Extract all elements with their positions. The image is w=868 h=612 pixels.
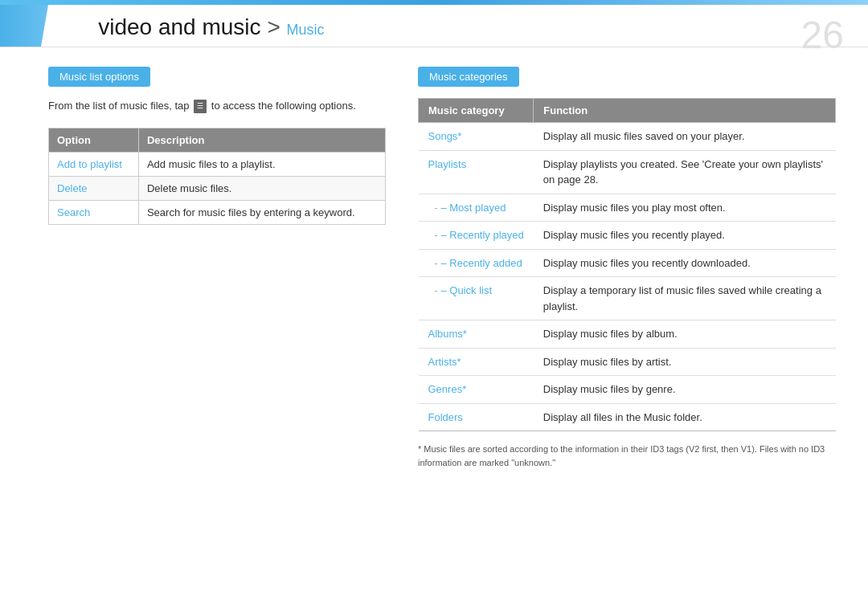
option-table-header: Option Description (49, 128, 386, 152)
table-row: DeleteDelete music files. (49, 176, 386, 200)
function-cell: Display a temporary list of music files … (534, 277, 836, 320)
page-title: Play video and music > Music (48, 14, 325, 39)
table-row: FoldersDisplay all files in the Music fo… (419, 403, 836, 431)
right-panel: Music categories Music category Function… (418, 67, 836, 469)
table-row: Genres*Display music files by genre. (419, 376, 836, 404)
col-category: Music category (419, 99, 534, 123)
function-cell: Display music files you recently downloa… (534, 249, 836, 277)
category-cell: Genres* (419, 376, 534, 404)
col-function: Function (534, 99, 836, 123)
category-cell: Folders (419, 403, 534, 431)
table-row: SearchSearch for music files by entering… (49, 200, 386, 224)
function-cell: Display all files in the Music folder. (534, 403, 836, 431)
title-separator: > (267, 14, 286, 39)
table-row: PlaylistsDisplay playlists you created. … (419, 150, 836, 194)
table-row: Songs*Display all music files saved on y… (419, 123, 836, 151)
option-table: Option Description Add to playlistAdd mu… (48, 128, 386, 225)
category-cell: Albums* (419, 320, 534, 349)
category-cell: Songs* (419, 123, 534, 151)
option-cell: Search (49, 200, 139, 224)
option-cell: Delete (49, 176, 139, 200)
table-row: Artists*Display music files by artist. (419, 348, 836, 376)
menu-icon: ☰ (194, 100, 207, 112)
music-categories-header: Music categories (418, 67, 519, 87)
page-number: 26 (801, 13, 844, 57)
title-play: Play (48, 14, 92, 39)
category-cell: – Recently played (419, 222, 534, 250)
music-list-options-header: Music list options (48, 67, 150, 87)
intro-part2: to access the following options. (211, 100, 356, 112)
function-cell: Display music files you play most often. (534, 194, 836, 222)
function-cell: Display music files by album. (534, 320, 836, 349)
title-subtitle: Music (287, 22, 325, 38)
table-row: – Recently playedDisplay music files you… (419, 222, 836, 250)
intro-part1: From the list of music files, tap (48, 100, 190, 112)
table-row: Albums*Display music files by album. (419, 320, 836, 349)
title-video-music: video and music (98, 14, 260, 39)
option-cell: Add to playlist (49, 152, 139, 176)
description-cell: Delete music files. (138, 176, 385, 200)
function-cell: Display music files by genre. (534, 376, 836, 404)
function-cell: Display music files by artist. (534, 348, 836, 376)
description-cell: Search for music files by entering a key… (138, 200, 385, 224)
category-cell: – Quick list (419, 277, 534, 320)
header-bar (0, 5, 48, 47)
function-cell: Display music files you recently played. (534, 222, 836, 250)
category-cell: – Most played (419, 194, 534, 222)
function-cell: Display playlists you created. See 'Crea… (534, 150, 836, 194)
categories-table-header: Music category Function (419, 99, 836, 123)
description-cell: Add music files to a playlist. (138, 152, 385, 176)
function-cell: Display all music files saved on your pl… (534, 123, 836, 151)
table-row: – Quick listDisplay a temporary list of … (419, 277, 836, 320)
table-row: – Most playedDisplay music files you pla… (419, 194, 836, 222)
category-cell: – Recently added (419, 249, 534, 277)
category-cell: Artists* (419, 348, 534, 376)
col-option: Option (49, 128, 139, 152)
categories-table: Music category Function Songs*Display al… (418, 98, 836, 431)
table-row: – Recently addedDisplay music files you … (419, 249, 836, 277)
intro-text: From the list of music files, tap ☰ to a… (48, 98, 386, 115)
table-row: Add to playlistAdd music files to a play… (49, 152, 386, 176)
col-description: Description (138, 128, 385, 152)
main-content: Music list options From the list of musi… (0, 47, 868, 485)
category-cell: Playlists (419, 150, 534, 194)
footnote: * Music files are sorted according to th… (418, 443, 836, 469)
header: Play video and music > Music 26 (0, 5, 868, 47)
left-panel: Music list options From the list of musi… (48, 67, 386, 469)
